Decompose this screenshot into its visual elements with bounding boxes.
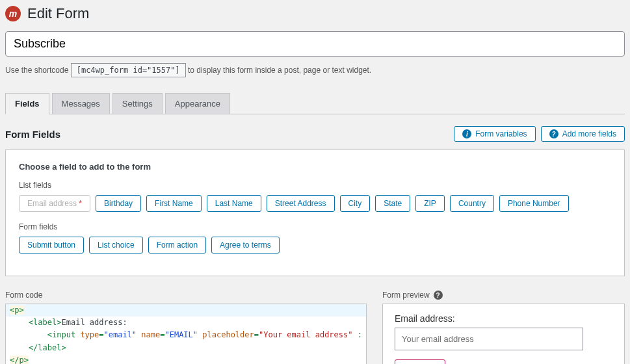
form-preview-title: Form preview bbox=[382, 291, 430, 300]
field-chip[interactable]: Agree to terms bbox=[211, 237, 280, 254]
field-chip[interactable]: First Name bbox=[146, 195, 202, 212]
form-fields-row: Submit buttonList choiceForm actionAgree… bbox=[19, 237, 611, 254]
field-chip[interactable]: Form action bbox=[148, 237, 206, 254]
help-icon[interactable]: ? bbox=[434, 291, 443, 300]
add-more-fields-button[interactable]: ? Add more fields bbox=[541, 126, 625, 142]
code-l2b: Email address: bbox=[61, 318, 127, 327]
list-fields-row: Email address *BirthdayFirst NameLast Na… bbox=[19, 195, 611, 212]
field-chip[interactable]: Email address * bbox=[19, 195, 90, 212]
form-code-title: Form code bbox=[5, 291, 367, 300]
form-code-editor[interactable]: <p> <label>Email address: <input type="e… bbox=[5, 304, 367, 364]
shortcode-prefix: Use the shortcode bbox=[5, 66, 68, 75]
code-l4: </label> bbox=[6, 342, 366, 354]
tab-bar: Fields Messages Settings Appearance bbox=[5, 93, 625, 114]
section-title: Form Fields bbox=[5, 129, 60, 140]
tab-fields[interactable]: Fields bbox=[5, 93, 49, 114]
form-variables-label: Form variables bbox=[475, 129, 527, 138]
form-preview-panel: Email address: Sign up bbox=[382, 304, 625, 364]
shortcode-code[interactable]: [mc4wp_form id="1557"] bbox=[71, 63, 186, 77]
field-chip[interactable]: Street Address bbox=[267, 195, 335, 212]
form-title-input[interactable] bbox=[5, 31, 625, 57]
field-chip[interactable]: Last Name bbox=[207, 195, 261, 212]
code-l1: <p> bbox=[10, 306, 24, 315]
field-chip[interactable]: Phone Number bbox=[499, 195, 569, 212]
add-more-fields-label: Add more fields bbox=[562, 129, 616, 138]
preview-email-label: Email address: bbox=[395, 313, 612, 324]
help-icon: ? bbox=[549, 129, 558, 138]
page-title: Edit Form bbox=[27, 5, 89, 22]
tab-settings[interactable]: Settings bbox=[112, 93, 163, 114]
tab-appearance[interactable]: Appearance bbox=[165, 93, 230, 114]
field-chip[interactable]: Birthday bbox=[96, 195, 141, 212]
preview-email-input[interactable] bbox=[395, 328, 583, 350]
plugin-logo-icon: m bbox=[5, 6, 21, 21]
choose-field-label: Choose a field to add to the form bbox=[19, 162, 611, 172]
field-chip[interactable]: List choice bbox=[89, 237, 143, 254]
field-chip[interactable]: Country bbox=[450, 195, 494, 212]
field-chip[interactable]: ZIP bbox=[415, 195, 445, 212]
code-l5: </p> bbox=[10, 356, 29, 364]
shortcode-suffix: to display this form inside a post, page… bbox=[188, 66, 371, 75]
field-chip[interactable]: State bbox=[375, 195, 410, 212]
shortcode-helper: Use the shortcode [mc4wp_form id="1557"]… bbox=[5, 63, 625, 77]
field-chooser-panel: Choose a field to add to the form List f… bbox=[5, 150, 625, 276]
field-chip[interactable]: City bbox=[340, 195, 371, 212]
info-icon: i bbox=[462, 129, 471, 138]
field-chip[interactable]: Submit button bbox=[19, 237, 84, 254]
code-l2a: <label> bbox=[10, 318, 61, 327]
preview-signup-button[interactable]: Sign up bbox=[395, 359, 445, 364]
form-fields-label: Form fields bbox=[19, 222, 611, 231]
tab-messages[interactable]: Messages bbox=[52, 93, 110, 114]
list-fields-label: List fields bbox=[19, 181, 611, 190]
form-variables-button[interactable]: i Form variables bbox=[454, 126, 535, 142]
